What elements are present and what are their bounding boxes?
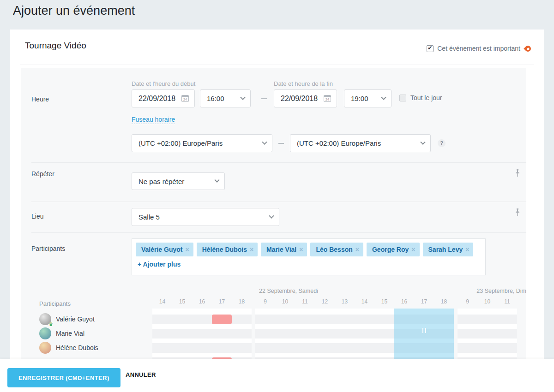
remove-participant-icon[interactable]: × xyxy=(411,246,415,253)
hour-label: 14 xyxy=(355,298,374,309)
timeline-day-group: 1415161718 xyxy=(152,298,252,359)
flame-icon xyxy=(524,44,532,53)
header-divider xyxy=(20,65,534,65)
hour-label: 11 xyxy=(497,298,517,309)
timezone-start-select[interactable]: (UTC +02:00) Europe/Paris xyxy=(132,134,272,152)
end-datetime-label: Date et heure de la fin xyxy=(274,80,333,87)
repeat-value: Ne pas répéter xyxy=(138,178,215,185)
chevron-down-icon xyxy=(269,213,274,218)
pin-icon[interactable] xyxy=(515,169,520,179)
remove-participant-icon[interactable]: × xyxy=(465,246,469,253)
timezone-end-value: (UTC +02:00) Europe/Paris xyxy=(297,139,421,147)
chevron-down-icon xyxy=(381,95,386,100)
day-header-sunday: 23 Septembre, Dim xyxy=(476,288,526,294)
footer-bar: ENREGISTRER (CMD+ENTER) ANNULER xyxy=(0,359,554,392)
participant-name: Marie Vial xyxy=(56,330,84,337)
timeline-rows[interactable] xyxy=(152,309,252,359)
event-title-input[interactable] xyxy=(25,41,265,51)
section-divider xyxy=(31,202,526,202)
save-button[interactable]: ENREGISTRER (CMD+ENTER) xyxy=(7,368,120,387)
day-header-saturday: 22 Septembre, Samedi xyxy=(215,288,362,294)
participant-chip[interactable]: George Roy× xyxy=(367,243,420,256)
participant-chips: Valérie Guyot×Hélène Dubois×Marie Vial×L… xyxy=(136,243,482,256)
timezone-start-value: (UTC +02:00) Europe/Paris xyxy=(138,139,263,147)
all-day-label: Tout le jour xyxy=(410,94,442,101)
availability-row: Marie Vial xyxy=(39,327,84,339)
timeline-rows[interactable] xyxy=(458,309,517,359)
hour-label: 15 xyxy=(374,298,394,309)
hour-label: 14 xyxy=(152,298,172,309)
time-row-label: Heure xyxy=(31,95,49,103)
event-card: Cet événement est important Heure Date e… xyxy=(10,30,544,362)
calendar-icon: 24 xyxy=(181,95,189,102)
all-day-toggle[interactable]: Tout le jour xyxy=(399,94,442,101)
event-time-selection[interactable] xyxy=(394,309,454,359)
availability-participants-label: Participants xyxy=(39,300,71,307)
end-time-select[interactable]: 19:00 xyxy=(344,89,391,107)
participants-field[interactable]: Valérie Guyot×Hélène Dubois×Marie Vial×L… xyxy=(132,238,486,275)
availability-bar xyxy=(458,315,517,324)
help-icon[interactable]: ? xyxy=(438,139,446,147)
selection-drag-handle[interactable] xyxy=(425,328,426,333)
selection-drag-handle[interactable] xyxy=(422,328,423,333)
start-time-select[interactable]: 16:00 xyxy=(200,89,251,107)
participant-chip[interactable]: Hélène Dubois× xyxy=(197,243,258,256)
start-datetime-label: Date et l'heure du début xyxy=(132,80,195,87)
availability-bar xyxy=(458,329,517,339)
chevron-down-icon xyxy=(262,139,267,144)
timeline: 1415161718910111213141516171891011 xyxy=(152,298,517,359)
section-divider xyxy=(31,232,526,233)
hour-label: 16 xyxy=(192,298,212,309)
participants-row-label: Participants xyxy=(31,245,65,252)
important-label: Cet événement est important xyxy=(437,45,520,52)
availability-bar xyxy=(152,343,252,353)
participant-chip[interactable]: Marie Vial× xyxy=(261,243,307,256)
end-date-value: 22/09/2018 xyxy=(281,95,324,103)
hour-label: 17 xyxy=(414,298,434,309)
hour-label: 10 xyxy=(477,298,497,309)
timeline-rows[interactable] xyxy=(255,309,454,359)
calendar-icon: 24 xyxy=(324,95,331,102)
participant-name: Valérie Guyot xyxy=(56,315,95,323)
location-select[interactable]: Salle 5 xyxy=(132,208,279,226)
location-row-label: Lieu xyxy=(31,213,43,220)
start-date-value: 22/09/2018 xyxy=(138,95,181,103)
hour-label: 18 xyxy=(232,298,252,309)
timezone-end-select[interactable]: (UTC +02:00) Europe/Paris xyxy=(290,134,431,152)
hour-label: 16 xyxy=(394,298,414,309)
participant-chip[interactable]: Léo Besson× xyxy=(310,243,363,256)
hour-label: 15 xyxy=(172,298,192,309)
important-toggle[interactable]: Cet événement est important xyxy=(427,45,531,52)
remove-participant-icon[interactable]: × xyxy=(185,246,189,253)
start-date-field[interactable]: 22/09/2018 24 xyxy=(132,89,195,107)
hour-label: 9 xyxy=(458,298,477,309)
busy-block xyxy=(212,315,232,324)
start-time-value: 16:00 xyxy=(207,95,241,102)
availability-bar xyxy=(152,315,252,324)
avatar: ♛ xyxy=(39,313,51,325)
end-date-field[interactable]: 22/09/2018 24 xyxy=(274,89,337,107)
section-divider xyxy=(31,162,526,163)
add-participant-button[interactable]: + Ajouter plus xyxy=(138,261,181,268)
all-day-checkbox[interactable] xyxy=(399,95,406,101)
range-dash xyxy=(278,143,284,144)
chevron-down-icon xyxy=(214,178,219,183)
availability-row: ♛Valérie Guyot xyxy=(39,313,95,325)
repeat-select[interactable]: Ne pas répéter xyxy=(132,172,225,190)
avatar xyxy=(39,342,51,354)
timeline-day-group: 91011 xyxy=(458,298,517,359)
remove-participant-icon[interactable]: × xyxy=(250,246,253,253)
hour-label: 17 xyxy=(212,298,232,309)
remove-participant-icon[interactable]: × xyxy=(299,246,303,253)
organizer-crown-icon: ♛ xyxy=(48,322,53,327)
participant-chip[interactable]: Valérie Guyot× xyxy=(136,243,193,256)
important-checkbox[interactable] xyxy=(427,45,434,52)
pin-icon[interactable] xyxy=(515,208,520,218)
event-form-panel: Heure Date et l'heure du début Date et h… xyxy=(21,68,526,362)
cancel-button[interactable]: ANNULER xyxy=(126,371,156,378)
participant-name: Hélène Dubois xyxy=(56,344,98,351)
remove-participant-icon[interactable]: × xyxy=(355,246,359,253)
chevron-down-icon xyxy=(420,139,425,144)
timezone-link[interactable]: Fuseau horaire xyxy=(132,116,175,124)
participant-chip[interactable]: Sarah Levy× xyxy=(423,243,474,256)
